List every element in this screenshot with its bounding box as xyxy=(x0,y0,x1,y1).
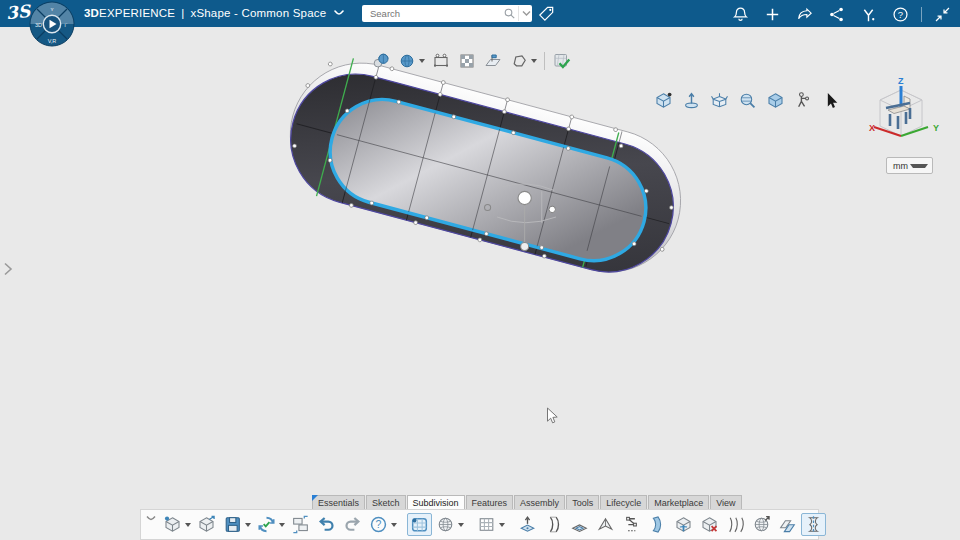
box-select-button[interactable] xyxy=(429,50,453,72)
compass-east-label: iˈ xyxy=(64,22,67,28)
3dexperience-compass[interactable]: ʏ 3D iˈ V,R xyxy=(29,1,75,47)
sweep-surface-button[interactable] xyxy=(723,513,748,536)
tab-sketch[interactable]: Sketch xyxy=(366,495,406,509)
remove-face-icon xyxy=(699,514,720,535)
help-dropdown[interactable] xyxy=(391,523,397,527)
offset-surface-icon xyxy=(777,514,798,535)
open-icon xyxy=(196,514,217,535)
new-content-dropdown[interactable] xyxy=(185,523,191,527)
units-value: mm xyxy=(887,161,908,171)
tab-subdivision[interactable]: Subdivision xyxy=(407,495,465,509)
top-bar: 3S 3DEXPERIENCE | xShape - Common Space … xyxy=(0,0,960,27)
construction-grid-dropdown[interactable] xyxy=(499,523,505,527)
primitives-button[interactable] xyxy=(433,513,466,536)
update-button[interactable] xyxy=(254,513,287,536)
tab-lifecycle[interactable]: Lifecycle xyxy=(600,495,647,509)
modification-button[interactable] xyxy=(407,513,432,536)
redo-button[interactable] xyxy=(340,513,365,536)
tag-icon[interactable] xyxy=(537,4,556,23)
collapse-window-button[interactable] xyxy=(931,4,954,25)
pattern-select-button[interactable] xyxy=(455,50,479,72)
polygon-select-button[interactable] xyxy=(507,50,539,72)
display-control-points-icon xyxy=(371,51,391,71)
save-button[interactable] xyxy=(220,513,253,536)
symmetry-icon xyxy=(803,514,824,535)
share-button[interactable] xyxy=(793,4,816,25)
hide-show-plane-button[interactable] xyxy=(481,50,505,72)
robot-triad[interactable]: X Y Z xyxy=(864,74,944,158)
tab-assembly[interactable]: Assembly xyxy=(514,495,565,509)
swap-window-button[interactable] xyxy=(288,513,313,536)
workspace-switcher[interactable]: xShape - Common Space xyxy=(190,7,326,19)
pattern-select-icon xyxy=(457,51,477,71)
search-icon[interactable] xyxy=(502,6,518,21)
dock-collapse-chevron-icon[interactable] xyxy=(145,514,157,536)
notifications-button[interactable] xyxy=(729,4,752,25)
z-axis-label: Z xyxy=(898,76,904,86)
chair-avatar xyxy=(886,96,910,129)
update-dropdown[interactable] xyxy=(279,523,285,527)
tab-features[interactable]: Features xyxy=(466,495,514,509)
display-mode-dropdown[interactable] xyxy=(419,59,425,63)
save-dropdown[interactable] xyxy=(245,523,251,527)
match-edges-button[interactable] xyxy=(619,513,644,536)
tab-tools[interactable]: Tools xyxy=(566,495,599,509)
look-at-button[interactable] xyxy=(679,89,704,112)
y-axis-label: Y xyxy=(933,123,939,133)
sweep-surface-icon xyxy=(725,514,746,535)
compass-south-label: V,R xyxy=(48,38,57,44)
ok-validate-button[interactable] xyxy=(550,50,574,72)
deform-sphere-icon xyxy=(751,514,772,535)
display-mode-button[interactable] xyxy=(395,50,427,72)
match-edges-icon xyxy=(621,514,642,535)
extrude-face-button[interactable] xyxy=(515,513,540,536)
polygon-select-dropdown[interactable] xyxy=(531,59,537,63)
compass-west-label: 3D xyxy=(35,22,42,28)
offset-surface-button[interactable] xyxy=(775,513,800,536)
units-select[interactable]: mm xyxy=(886,157,933,174)
search-input[interactable] xyxy=(362,8,502,19)
new-content-button[interactable] xyxy=(160,513,193,536)
x-axis-label: X xyxy=(869,123,875,133)
workspace-chevron-down-icon[interactable] xyxy=(334,9,344,17)
add-content-button[interactable] xyxy=(761,4,784,25)
search-box xyxy=(362,5,532,22)
multi-view-button[interactable] xyxy=(707,89,732,112)
tab-flag-icon xyxy=(312,495,318,501)
primitives-dropdown[interactable] xyxy=(458,523,464,527)
help-button[interactable]: ? xyxy=(889,4,912,25)
tab-view[interactable]: View xyxy=(710,495,741,509)
extrude-face-icon xyxy=(517,514,538,535)
3d-viewport[interactable]: X Y Z mm EssentialsSketchSubdivisionFeat… xyxy=(0,27,960,540)
box-select-icon xyxy=(431,51,451,71)
app-title: 3DEXPERIENCE | xShape - Common Space xyxy=(84,7,344,19)
bend-surface-button[interactable] xyxy=(541,513,566,536)
fly-walk-button[interactable] xyxy=(791,89,816,112)
deform-sphere-button[interactable] xyxy=(749,513,774,536)
panel-expander-chevron-icon[interactable] xyxy=(1,261,15,277)
tab-essentials[interactable]: Essentials xyxy=(312,495,365,509)
open-button[interactable] xyxy=(194,513,219,536)
fillet-edge-button[interactable] xyxy=(671,513,696,536)
normal-view-icon xyxy=(765,90,786,111)
display-control-points-button[interactable] xyxy=(369,50,393,72)
undo-button[interactable] xyxy=(314,513,339,536)
network-button[interactable] xyxy=(825,4,848,25)
sharp-crease-button[interactable] xyxy=(593,513,618,536)
save-icon xyxy=(222,514,243,535)
search-options-chevron-icon[interactable] xyxy=(518,6,533,21)
thicken-surface-button[interactable] xyxy=(645,513,670,536)
remove-face-button[interactable] xyxy=(697,513,722,536)
tab-marketplace[interactable]: Marketplace xyxy=(648,495,709,509)
normal-view-button[interactable] xyxy=(763,89,788,112)
multi-view-icon xyxy=(709,90,730,111)
select-cursor-button[interactable] xyxy=(819,89,844,112)
help-button[interactable]: ? xyxy=(366,513,399,536)
action-bar-dock: EssentialsSketchSubdivisionFeaturesAssem… xyxy=(140,495,819,540)
inset-face-button[interactable] xyxy=(567,513,592,536)
zoom-area-button[interactable] xyxy=(735,89,760,112)
swym-button[interactable] xyxy=(857,4,880,25)
center-tree-button[interactable] xyxy=(651,89,676,112)
symmetry-button[interactable] xyxy=(801,513,826,536)
construction-grid-button[interactable] xyxy=(474,513,507,536)
